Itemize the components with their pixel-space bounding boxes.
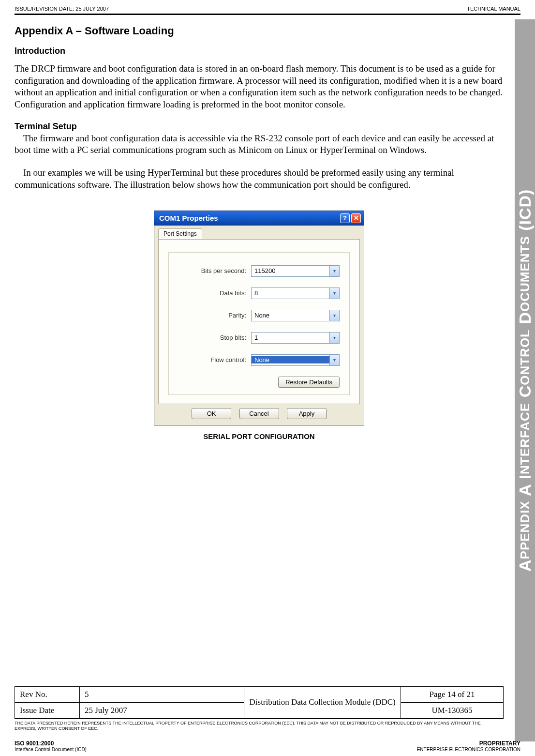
databits-label: Data bits: xyxy=(178,289,251,297)
issue-value: 25 July 2007 xyxy=(79,702,244,718)
apply-button[interactable]: Apply xyxy=(287,408,327,419)
parity-value: None xyxy=(252,312,329,319)
flow-label: Flow control: xyxy=(178,356,251,363)
chevron-down-icon[interactable]: ▾ xyxy=(329,266,339,276)
stopbits-value: 1 xyxy=(252,334,329,341)
page-info: Page 14 of 21 xyxy=(401,686,503,702)
dialog-title: COM1 Properties xyxy=(159,214,218,222)
stopbits-label: Stop bits: xyxy=(178,334,251,341)
side-tab: APPENDIX A INTERFACE CONTROL DOCUMENTS (… xyxy=(515,19,535,741)
flow-select[interactable]: None ▾ xyxy=(251,354,340,366)
chevron-down-icon[interactable]: ▾ xyxy=(329,288,339,299)
databits-value: 8 xyxy=(252,289,329,297)
chevron-down-icon[interactable]: ▾ xyxy=(329,310,339,321)
intro-heading: Introduction xyxy=(15,46,504,56)
disclaimer: THE DATA PRESENTED HEREIN REPRESENTS THE… xyxy=(15,721,504,732)
parity-label: Parity: xyxy=(178,312,251,319)
bps-label: Bits per second: xyxy=(178,267,251,274)
restore-defaults-button[interactable]: Restore Defaults xyxy=(278,377,340,388)
doc-info-table: Rev No. 5 Distribution Data Collection M… xyxy=(15,686,504,719)
appendix-title: Appendix A – Software Loading xyxy=(15,25,504,37)
help-icon[interactable]: ? xyxy=(340,213,350,223)
figure-caption: SERIAL PORT CONFIGURATION xyxy=(15,432,504,440)
bps-value: 115200 xyxy=(252,267,329,274)
icd-label: Interface Control Document (ICD) xyxy=(15,747,87,752)
flow-value: None xyxy=(252,356,329,363)
rev-value: 5 xyxy=(79,686,244,702)
com1-properties-dialog: COM1 Properties ? ✕ Port Settings Bits p… xyxy=(154,211,364,425)
terminal-p2: In our examples we will be using HyperTe… xyxy=(15,167,504,191)
issue-label: Issue Date xyxy=(15,702,80,718)
close-icon[interactable]: ✕ xyxy=(351,213,361,223)
rev-label: Rev No. xyxy=(15,686,80,702)
bps-select[interactable]: 115200 ▾ xyxy=(251,265,340,277)
parity-select[interactable]: None ▾ xyxy=(251,310,340,321)
iso-label: ISO 9001:2000 xyxy=(15,740,87,747)
tab-port-settings[interactable]: Port Settings xyxy=(158,228,202,239)
header-doc-type: TECHNICAL MANUAL xyxy=(467,6,520,12)
terminal-p1: The firmware and boot configuration data… xyxy=(15,133,504,156)
company-label: ENTERPRISE ELECTRONICS CORPORATION xyxy=(417,747,520,752)
stopbits-select[interactable]: 1 ▾ xyxy=(251,332,340,344)
terminal-heading: Terminal Setup xyxy=(15,121,504,132)
proprietary-label: PROPRIETARY xyxy=(417,740,520,747)
cancel-button[interactable]: Cancel xyxy=(239,408,279,419)
doc-number: UM-130365 xyxy=(401,702,503,718)
databits-select[interactable]: 8 ▾ xyxy=(251,287,340,299)
ok-button[interactable]: OK xyxy=(192,408,231,419)
header-issue-date: ISSUE/REVISION DATE: 25 JULY 2007 xyxy=(15,6,109,12)
intro-paragraph: The DRCP firmware and boot configuration… xyxy=(15,63,504,111)
chevron-down-icon[interactable]: ▾ xyxy=(329,355,339,365)
doc-title: Distribution Data Collection Module (DDC… xyxy=(244,686,401,718)
chevron-down-icon[interactable]: ▾ xyxy=(329,333,339,343)
